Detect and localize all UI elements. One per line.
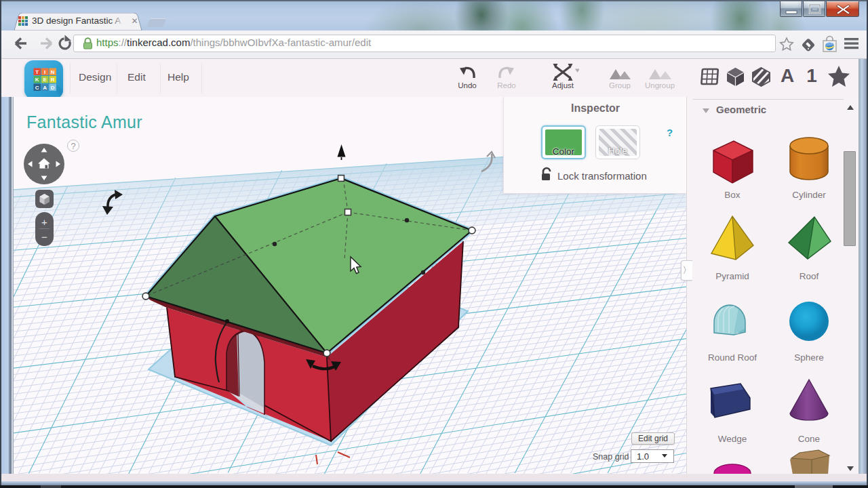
svg-text:A: A [43,85,47,91]
svg-text:D: D [51,85,55,91]
svg-text:E: E [43,77,47,83]
svg-text:N: N [51,69,55,75]
svg-text:K: K [35,77,39,83]
svg-text:C: C [35,85,39,91]
svg-text:T: T [35,69,39,75]
svg-text:I: I [44,69,45,75]
svg-text:R: R [51,77,55,83]
